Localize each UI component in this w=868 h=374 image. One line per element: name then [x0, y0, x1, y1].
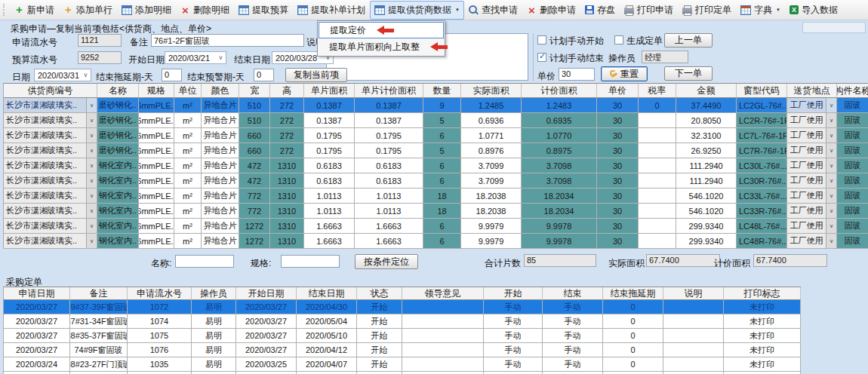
column-header[interactable]: 操作员 — [192, 287, 236, 300]
delivery-location-combo[interactable]: 工厂使用∨ — [787, 158, 837, 173]
toolbar-button-printer[interactable]: 打印定单 — [678, 1, 736, 20]
toolbar-button-grid-extract[interactable]: 提取补单计划 — [293, 1, 370, 20]
copy-current-button[interactable]: 复制当前项 — [285, 68, 347, 82]
operator-field[interactable]: 经理 — [642, 51, 688, 63]
delivery-location-combo[interactable]: 工厂使用∨ — [787, 113, 837, 128]
table-row[interactable]: 长沙市潇湘玻璃实..∨钢化室内..6mmPLE..m²异地合片77213101.… — [4, 204, 868, 219]
manual-end-checkbox[interactable] — [537, 53, 546, 62]
delivery-location-combo[interactable]: 工厂使用∨ — [787, 189, 837, 204]
supplier-combo[interactable]: 长沙市潇湘玻璃实..∨ — [4, 189, 97, 204]
delivery-location-combo[interactable]: 工厂使用∨ — [787, 234, 837, 249]
column-header[interactable]: 单片面积 — [304, 84, 355, 98]
table-row[interactable]: 长沙市潇湘玻璃实..∨钢化室内..6mmPLE..m²异地合片77213101.… — [4, 189, 868, 204]
supplier-combo[interactable]: 长沙市潇湘玻璃实..∨ — [4, 128, 97, 143]
date-combo[interactable]: 2020/03/31∨ — [34, 69, 91, 81]
manual-start-checkbox[interactable] — [537, 35, 546, 44]
column-header[interactable]: 名称 — [97, 84, 139, 98]
remark-field[interactable]: 76#1-2F窗固玻 — [151, 34, 304, 47]
column-header[interactable]: 数量 — [423, 84, 461, 98]
supplier-combo[interactable]: 长沙市潇湘玻璃实..∨ — [4, 173, 97, 189]
toolbar-button-printer[interactable]: 打印申请 — [620, 1, 678, 20]
toolbar-button-new-plus[interactable]: +新申请 — [10, 1, 59, 20]
column-header[interactable]: 宽 — [239, 84, 270, 98]
column-header[interactable]: 实际面积 — [461, 84, 522, 98]
column-header[interactable]: 单片计价面积 — [355, 84, 423, 98]
toolbar-button-grid-extract[interactable]: 提取预算 — [234, 1, 293, 20]
supplier-combo[interactable]: 长沙市潇湘玻璃实..∨ — [4, 219, 97, 234]
generate-order-checkbox[interactable] — [614, 35, 623, 44]
column-header[interactable]: 计价面积 — [522, 84, 597, 98]
column-header[interactable]: 规格 — [139, 84, 174, 98]
toolbar-button-grid-add[interactable]: 添加明细 — [117, 1, 176, 20]
supplier-combo[interactable]: 长沙市潇湘玻璃实..∨ — [4, 113, 97, 128]
supplier-combo[interactable]: 长沙市潇湘玻璃实..∨ — [4, 204, 97, 219]
column-header[interactable]: 金额 — [676, 84, 737, 98]
previous-order-button[interactable]: 上一单 — [664, 33, 713, 48]
toolbar-drag-handle[interactable] — [3, 4, 7, 16]
table-row[interactable]: 长沙市潇湘玻璃实..∨钢化室内..6mmPLE..m²异地合片127213101… — [4, 234, 868, 249]
delivery-location-combo[interactable]: 工厂使用∨ — [787, 173, 837, 189]
table-row[interactable]: 长沙市潇湘玻璃实..∨磨砂钢化..6mmPLE..m²异地合片5102720.1… — [4, 113, 868, 128]
filter-spec-input[interactable] — [281, 255, 340, 268]
column-header[interactable]: 领导意见 — [402, 287, 484, 300]
column-header[interactable]: 打印标志 — [724, 287, 801, 300]
column-header[interactable]: 单价 — [597, 84, 639, 98]
menu-item[interactable]: 提取定价 — [319, 22, 444, 38]
column-header[interactable]: 说明 — [663, 287, 724, 300]
toolbar-button-search[interactable]: 查找申请 — [464, 1, 522, 20]
table-row[interactable]: 长沙市潇湘玻璃实..∨钢化室内..6mmPLE..m²异地合片47213100.… — [4, 158, 868, 173]
column-header[interactable]: 结束拖延期 — [603, 287, 663, 300]
unit-price-field[interactable]: 30 — [559, 68, 595, 81]
column-header[interactable]: 备注 — [70, 287, 128, 300]
warn-days-field[interactable]: 0 — [254, 69, 274, 81]
next-order-button[interactable]: 下一单 — [664, 66, 713, 81]
column-header[interactable]: 状态 — [357, 287, 402, 300]
toolbar-button-grid-dict[interactable]: 字典▼ — [736, 1, 785, 20]
column-header[interactable]: 开始日期 — [236, 287, 297, 300]
delivery-location-combo[interactable]: 工厂使用∨ — [787, 204, 837, 219]
toolbar-button-import-excel[interactable]: 导入数据 — [785, 1, 842, 20]
supplier-combo[interactable]: 长沙市潇湘玻璃实..∨ — [4, 234, 97, 249]
start-date-combo[interactable]: 2020/03/21∨ — [165, 51, 226, 64]
column-header[interactable]: 申请流水号 — [128, 287, 192, 300]
supplier-combo[interactable]: 长沙市潇湘玻璃实..∨ — [4, 143, 97, 158]
column-header[interactable]: 颜色 — [202, 84, 239, 98]
column-header[interactable]: 税率 — [639, 84, 676, 98]
filter-name-input[interactable] — [175, 255, 234, 268]
column-header[interactable]: 结束 — [543, 287, 603, 300]
table-row[interactable]: 长沙市潇湘玻璃实..∨钢化室内..6mmPLE..m²异地合片127213101… — [4, 219, 868, 234]
table-row[interactable]: 2020/03/2789#37-39F窗固玻1072易明2020/03/2720… — [4, 300, 801, 314]
supplier-combo[interactable]: 长沙市潇湘玻璃实..∨ — [4, 158, 97, 173]
column-header[interactable]: 单位 — [174, 84, 202, 98]
serial-field[interactable]: 1121 — [78, 34, 122, 47]
table-row[interactable]: 长沙市潇湘玻璃实..∨钢化室内..6mmPLE..m²异地合片47213100.… — [4, 173, 868, 189]
supplier-combo[interactable]: 长沙市潇湘玻璃实..∨ — [4, 98, 97, 113]
toolbar-button-grid-extract[interactable]: 提取供货商数据▼ — [370, 1, 464, 20]
column-header[interactable]: 构件名称 — [837, 84, 868, 98]
toolbar-button-save-disk[interactable]: 存盘 — [580, 1, 620, 20]
column-header[interactable]: 窗型代码 — [737, 84, 787, 98]
table-row[interactable]: 长沙市潇湘玻璃实..∨磨砂钢化..6mmPLE..m²异地合片6602720.1… — [4, 128, 868, 143]
column-header[interactable]: 高 — [270, 84, 304, 98]
column-header[interactable]: 申请日期 — [4, 287, 70, 300]
table-row[interactable]: 2020/03/2488#23-27F门顶玻1035易明2020/03/2520… — [4, 357, 801, 372]
menu-item[interactable]: 提取单片面积向上取整 — [319, 38, 444, 55]
toolbar-button-add-row-plus[interactable]: +添加单行 — [59, 1, 117, 20]
delivery-location-combo[interactable]: 工厂使用∨ — [787, 143, 837, 158]
table-row[interactable]: 2020/03/2774#9F窗固玻1076易明2020/03/272020/0… — [4, 343, 801, 357]
column-header[interactable]: 开始 — [484, 287, 543, 300]
column-header[interactable]: 结束日期 — [297, 287, 357, 300]
delay-days-field[interactable]: 0 — [162, 69, 182, 81]
table-row[interactable]: 长沙市潇湘玻璃实..∨磨砂钢化..6mmPLE..m²异地合片6602720.1… — [4, 143, 868, 158]
reset-button[interactable]: 重置 — [601, 66, 648, 81]
toolbar-button-delete-x[interactable]: 删除明细 — [176, 1, 234, 20]
budget-field[interactable]: 9252 — [78, 51, 122, 64]
toolbar-button-delete-x[interactable]: 删除申请 — [522, 1, 580, 20]
locate-by-condition-button[interactable]: 按条件定位 — [355, 254, 418, 269]
delivery-location-combo[interactable]: 工厂使用∨ — [787, 98, 837, 113]
delivery-location-combo[interactable]: 工厂使用∨ — [787, 219, 837, 234]
table-row[interactable]: 2020/03/2788#35-37F窗固玻1075易明2020/03/2720… — [4, 329, 801, 343]
delivery-location-combo[interactable]: 工厂使用∨ — [787, 128, 837, 143]
column-header[interactable]: 送货地点 — [787, 84, 837, 98]
table-row[interactable]: 长沙市潇湘玻璃实..∨磨砂钢化..6mmPLE..m²异地合片5102720.1… — [4, 98, 868, 113]
